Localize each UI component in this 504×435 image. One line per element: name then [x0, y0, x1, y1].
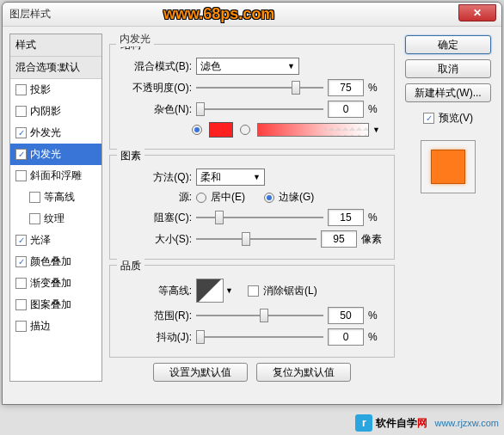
source-edge-label: 边缘(G): [279, 190, 314, 205]
close-button[interactable]: ✕: [458, 4, 496, 21]
preview-swatch: [431, 150, 465, 184]
preview-label: 预览(V): [439, 111, 473, 126]
style-item-gradient-overlay[interactable]: 渐变叠加: [10, 273, 101, 294]
style-item-outer-glow[interactable]: ✓外发光: [10, 122, 101, 144]
blend-mode-dropdown[interactable]: 滤色▼: [196, 58, 299, 75]
unit-label: %: [368, 331, 385, 343]
elements-group: 图素 方法(Q): 柔和▼ 源: 居中(E) 边缘(G) 阻塞(C):: [109, 155, 395, 260]
contour-picker[interactable]: ▼: [196, 279, 224, 303]
antialias-checkbox[interactable]: [248, 285, 259, 297]
style-item-inner-glow[interactable]: ✓内发光: [10, 144, 101, 165]
style-item-stroke[interactable]: 描边: [10, 316, 101, 337]
checkbox-icon[interactable]: [15, 278, 27, 289]
style-item-color-overlay[interactable]: ✓颜色叠加: [10, 251, 101, 273]
style-item-pattern-overlay[interactable]: 图案叠加: [10, 294, 101, 316]
method-label: 方法(Q):: [119, 170, 192, 185]
preview-checkbox[interactable]: ✓: [423, 113, 434, 124]
quality-group: 品质 等高线: ▼ 消除锯齿(L) 范围(R): 50 % 抖动(J):: [109, 265, 395, 358]
range-slider[interactable]: [196, 308, 323, 323]
gradient-picker[interactable]: ▼: [257, 123, 369, 137]
color-radio[interactable]: [192, 125, 202, 135]
site-name: 软件自学网: [376, 416, 427, 431]
chevron-down-icon: ▼: [253, 173, 261, 181]
checkbox-icon[interactable]: ✓: [15, 235, 27, 246]
jitter-slider[interactable]: [196, 329, 323, 345]
style-item-drop-shadow[interactable]: 投影: [10, 79, 101, 101]
main-panel: 内发光 结构 混合模式(B): 滤色▼ 不透明度(O): 75 % 杂色(N):: [109, 34, 395, 382]
chevron-down-icon: ▼: [225, 286, 233, 295]
preview-box: [421, 140, 476, 193]
structure-group: 结构 混合模式(B): 滤色▼ 不透明度(O): 75 % 杂色(N): 0: [109, 44, 395, 150]
reset-default-button[interactable]: 复位为默认值: [256, 363, 351, 382]
unit-label: 像素: [361, 232, 385, 247]
source-center-radio[interactable]: [196, 193, 206, 203]
checkbox-icon[interactable]: [15, 106, 27, 117]
blend-options-row[interactable]: 混合选项:默认: [10, 57, 101, 79]
ok-button[interactable]: 确定: [405, 35, 491, 54]
cancel-button[interactable]: 取消: [405, 59, 491, 78]
source-label: 源:: [119, 190, 192, 205]
chevron-down-icon: ▼: [287, 62, 295, 70]
dialog-window: 图层样式 ✕ 样式 混合选项:默认 投影 内阴影 ✓外发光 ✓内发光 斜面和浮雕…: [2, 2, 502, 405]
site-url: www.rjzxw.com: [434, 418, 499, 428]
noise-input[interactable]: 0: [328, 101, 364, 118]
opacity-label: 不透明度(O):: [119, 81, 192, 95]
checkbox-icon[interactable]: ✓: [15, 127, 27, 138]
checkbox-icon[interactable]: [15, 84, 27, 95]
new-style-button[interactable]: 新建样式(W)...: [405, 83, 491, 102]
window-title: 图层样式: [9, 7, 51, 21]
site-logo-icon: r: [355, 414, 372, 432]
noise-label: 杂色(N):: [119, 102, 192, 117]
unit-label: %: [368, 82, 385, 94]
right-panel: 确定 取消 新建样式(W)... ✓ 预览(V): [402, 34, 495, 382]
gradient-radio[interactable]: [240, 125, 250, 135]
checkbox-icon[interactable]: [29, 213, 40, 224]
size-input[interactable]: 95: [321, 230, 357, 248]
unit-label: %: [368, 309, 385, 322]
color-swatch[interactable]: [209, 122, 233, 138]
unit-label: %: [368, 211, 385, 224]
noise-slider[interactable]: [196, 101, 323, 117]
elements-legend: 图素: [117, 149, 144, 163]
size-label: 大小(S):: [119, 232, 192, 247]
source-edge-radio[interactable]: [264, 193, 274, 203]
method-dropdown[interactable]: 柔和▼: [196, 168, 265, 186]
choke-input[interactable]: 15: [328, 209, 364, 226]
style-item-satin[interactable]: ✓光泽: [10, 230, 101, 251]
jitter-input[interactable]: 0: [328, 328, 364, 346]
opacity-slider[interactable]: [196, 80, 323, 95]
unit-label: %: [368, 103, 385, 115]
checkbox-icon[interactable]: [29, 192, 40, 203]
style-item-texture[interactable]: 纹理: [10, 208, 101, 230]
style-item-inner-shadow[interactable]: 内阴影: [10, 101, 101, 122]
chevron-down-icon: ▼: [372, 126, 380, 134]
choke-label: 阻塞(C):: [119, 211, 192, 225]
checkbox-icon[interactable]: [15, 321, 27, 332]
overlay-url: www.68ps.com: [163, 5, 274, 23]
opacity-input[interactable]: 75: [328, 79, 364, 96]
choke-slider[interactable]: [196, 210, 323, 225]
blend-mode-label: 混合模式(B):: [119, 59, 192, 74]
contour-label: 等高线:: [119, 284, 192, 298]
source-center-label: 居中(E): [211, 190, 245, 205]
panel-title: 内发光: [116, 32, 154, 46]
antialias-label: 消除锯齿(L): [263, 284, 317, 298]
style-item-bevel[interactable]: 斜面和浮雕: [10, 165, 101, 187]
checkbox-icon[interactable]: [15, 170, 27, 181]
checkbox-icon[interactable]: [15, 299, 27, 310]
jitter-label: 抖动(J):: [119, 330, 192, 345]
quality-legend: 品质: [117, 259, 144, 273]
style-item-contour[interactable]: 等高线: [10, 187, 101, 208]
set-default-button[interactable]: 设置为默认值: [153, 363, 248, 382]
style-list-header: 样式: [10, 34, 101, 57]
checkbox-icon[interactable]: ✓: [15, 256, 27, 267]
range-input[interactable]: 50: [328, 307, 364, 324]
style-list: 样式 混合选项:默认 投影 内阴影 ✓外发光 ✓内发光 斜面和浮雕 等高线 纹理…: [9, 34, 102, 382]
range-label: 范围(R):: [119, 309, 192, 323]
checkbox-icon[interactable]: ✓: [15, 149, 27, 160]
size-slider[interactable]: [196, 231, 317, 247]
footer-watermark: r 软件自学网 www.rjzxw.com: [355, 414, 499, 432]
